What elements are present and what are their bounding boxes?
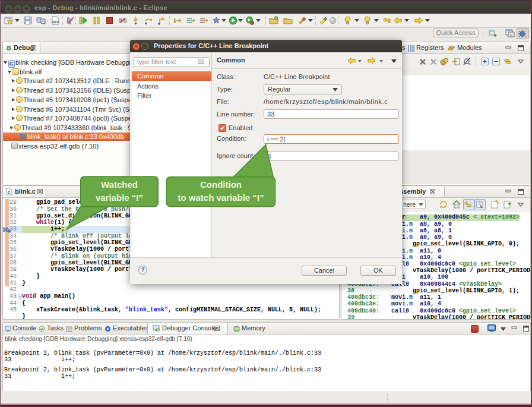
svg-text:Watched: Watched xyxy=(101,179,138,190)
svg-text:Condition: Condition xyxy=(200,179,242,190)
svg-text:C: C xyxy=(510,33,513,37)
svg-text:010: 010 xyxy=(52,20,59,24)
svg-text:i: i xyxy=(174,17,176,24)
svg-text:to watch variable “I”: to watch variable “I” xyxy=(178,193,264,203)
svg-text:variable “I”: variable “I” xyxy=(96,193,143,203)
svg-text:c: c xyxy=(8,190,11,195)
